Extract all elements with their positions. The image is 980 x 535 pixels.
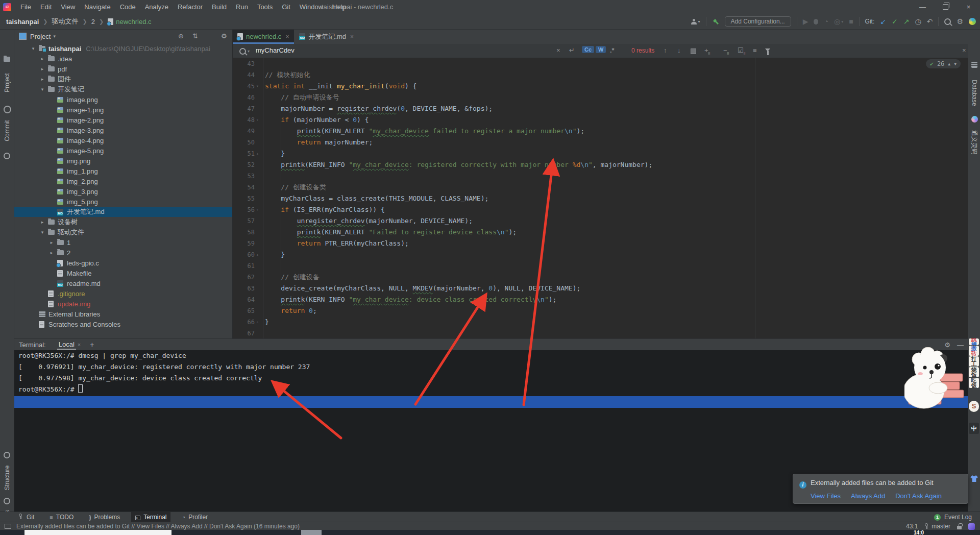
code-line-51[interactable]: 51▵ } bbox=[232, 148, 968, 159]
code-line-47[interactable]: 47 majorNumber = register_chrdev(0, DEVI… bbox=[232, 103, 968, 114]
project-view-dropdown-icon[interactable]: ▾ bbox=[53, 34, 56, 39]
tree-item-leds-gpio.c[interactable]: leds-gpio.c bbox=[14, 258, 232, 268]
tree-item-开发笔记[interactable]: ▾开发笔记 bbox=[14, 84, 232, 94]
tree-item-img_2.png[interactable]: img_2.png bbox=[14, 176, 232, 186]
tree-item-image-5.png[interactable]: image-5.png bbox=[14, 145, 232, 156]
ide-plugin-icon[interactable] bbox=[969, 18, 976, 25]
bottom-tab-todo[interactable]: ≡TODO bbox=[45, 512, 78, 522]
breadcrumb-file[interactable]: newchrled.c bbox=[108, 18, 151, 26]
menu-git[interactable]: Git bbox=[277, 0, 295, 14]
code-line-66[interactable]: 66▵} bbox=[232, 317, 968, 328]
code-line-67[interactable]: 67 bbox=[232, 328, 968, 338]
find-clear-icon[interactable]: × bbox=[556, 46, 560, 54]
tree-item-image-2.png[interactable]: image-2.png bbox=[14, 115, 232, 125]
code-line-63[interactable]: 63 device_create(myCharClass, NULL, MKDE… bbox=[232, 283, 968, 294]
panel-settings-button[interactable]: ⚙ bbox=[221, 32, 227, 40]
settings-button[interactable]: ⚙ bbox=[957, 17, 963, 26]
code-line-57[interactable]: 57 unregister_chrdev(majorNumber, DEVICE… bbox=[232, 215, 968, 227]
plugin-status-icon[interactable] bbox=[968, 523, 975, 530]
code-line-48[interactable]: 48▿ if (majorNumber < 0) { bbox=[232, 114, 968, 126]
tree-item-.idea[interactable]: ▸.idea bbox=[14, 54, 232, 64]
menu-tools[interactable]: Tools bbox=[253, 0, 277, 14]
fold-marker-icon[interactable]: ▿ bbox=[256, 81, 259, 92]
remove-occurrence-button[interactable]: − bbox=[723, 46, 729, 55]
tool-window-tab-commit[interactable]: Commit bbox=[4, 113, 11, 149]
breadcrumb-item[interactable]: 驱动文件 bbox=[52, 17, 79, 26]
regex-toggle[interactable]: .* bbox=[610, 46, 615, 54]
tree-item-img.png[interactable]: img.png bbox=[14, 156, 232, 166]
code-line-46[interactable]: 46 // 自动申请设备号 bbox=[232, 92, 968, 103]
rollback-button[interactable]: ↶ bbox=[927, 17, 933, 26]
next-problem-icon[interactable]: ▼ bbox=[954, 62, 957, 66]
event-log-button[interactable]: 1 Event Log bbox=[934, 514, 972, 521]
tree-item-设备树[interactable]: ▸设备树 bbox=[14, 217, 232, 227]
open-in-find-window-button[interactable]: ≡ bbox=[753, 46, 757, 54]
tree-item-taishanpai[interactable]: ▾taishanpaiC:\Users\QINGJUE\Desktop\git\… bbox=[14, 43, 232, 54]
terminal-tab-local[interactable]: Local bbox=[57, 340, 76, 350]
words-toggle[interactable]: W bbox=[596, 46, 606, 53]
fold-marker-icon[interactable]: ▿ bbox=[256, 114, 259, 126]
close-tab-icon[interactable]: × bbox=[285, 33, 289, 40]
menu-build[interactable]: Build bbox=[207, 0, 231, 14]
coverage-button[interactable]: ◎▾ bbox=[834, 17, 843, 26]
code-line-52[interactable]: 52 printk(KERN_INFO "my_char_device: reg… bbox=[232, 159, 968, 171]
chevron-right-icon[interactable]: ▸ bbox=[48, 250, 55, 255]
find-next-button[interactable]: ↓ bbox=[677, 46, 681, 54]
find-history-dropdown-icon[interactable]: ▾ bbox=[248, 49, 250, 54]
code-line-65[interactable]: 65 return 0; bbox=[232, 305, 968, 317]
chevron-down-icon[interactable]: ▾ bbox=[39, 87, 45, 92]
tree-item-.gitignore[interactable]: .gitignore bbox=[14, 288, 232, 299]
fold-marker-icon[interactable]: ▵ bbox=[256, 148, 259, 159]
bottom-tab-terminal[interactable]: >_Terminal bbox=[131, 512, 170, 522]
tool-window-tab-project[interactable]: Project bbox=[4, 65, 11, 101]
toggle-toolwindows-icon[interactable] bbox=[5, 524, 11, 529]
restore-button[interactable] bbox=[934, 0, 957, 14]
chevron-right-icon[interactable]: ▸ bbox=[39, 56, 45, 61]
close-tab-icon[interactable]: × bbox=[350, 33, 354, 40]
collapse-all-button[interactable]: ⇅ bbox=[192, 32, 198, 40]
menu-file[interactable]: File bbox=[16, 0, 36, 14]
tree-item-固件[interactable]: ▸固件 bbox=[14, 74, 232, 84]
chevron-down-icon[interactable]: ▾ bbox=[39, 230, 45, 235]
tool-window-tab-lingma[interactable]: 通义灵码 bbox=[971, 125, 978, 160]
run-configuration-select[interactable]: Add Configuration... bbox=[725, 16, 791, 27]
unlocked-icon[interactable] bbox=[957, 526, 962, 529]
debug-button[interactable] bbox=[814, 19, 818, 25]
bottom-tab-problems[interactable]: !Problems bbox=[85, 512, 124, 522]
profiler-button[interactable]: ◔ bbox=[824, 17, 828, 26]
menu-code[interactable]: Code bbox=[115, 0, 140, 14]
editor-tab-开发笔记.md[interactable]: 开发笔记.md× bbox=[294, 29, 359, 44]
tree-item-pdf[interactable]: ▸pdf bbox=[14, 64, 232, 74]
code-editor[interactable]: 4344// 模块初始化45▿static int __init my_char… bbox=[232, 58, 968, 338]
code-line-49[interactable]: 49 printk(KERN_ALERT "my_char_device fai… bbox=[232, 126, 968, 137]
bottom-tab-profiler[interactable]: ◔Profiler bbox=[178, 512, 212, 522]
new-terminal-button[interactable]: + bbox=[90, 341, 94, 349]
tree-item-2[interactable]: ▸2 bbox=[14, 248, 232, 258]
tree-item-External Libraries[interactable]: External Libraries bbox=[14, 309, 232, 319]
code-line-64[interactable]: 64 printk(KERN_INFO "my_char_device: dev… bbox=[232, 294, 968, 305]
chevron-right-icon[interactable]: ▸ bbox=[39, 77, 45, 82]
history-button[interactable]: ◷ bbox=[915, 17, 921, 26]
tree-item-image.png[interactable]: image.png bbox=[14, 94, 232, 105]
code-line-45[interactable]: 45▿static int __init my_char_init(void) … bbox=[232, 81, 968, 92]
pin-icon[interactable] bbox=[4, 153, 10, 159]
run-button[interactable]: ▶ bbox=[803, 17, 808, 26]
find-newline-icon[interactable]: ↵ bbox=[569, 46, 575, 54]
tree-item-img_3.png[interactable]: img_3.png bbox=[14, 186, 232, 197]
tool-window-tab-structure[interactable]: Structure bbox=[4, 460, 11, 496]
menu-refactor[interactable]: Refactor bbox=[173, 0, 207, 14]
prev-problem-icon[interactable]: ▲ bbox=[948, 62, 950, 66]
breadcrumb-item[interactable]: 2 bbox=[91, 18, 95, 26]
code-line-54[interactable]: 54 // 创建设备类 bbox=[232, 182, 968, 193]
code-line-62[interactable]: 62 // 创建设备 bbox=[232, 272, 968, 283]
code-line-61[interactable]: 61 bbox=[232, 260, 968, 272]
tree-item-开发笔记.md[interactable]: 开发笔记.md bbox=[14, 207, 232, 217]
chevron-right-icon[interactable]: ▸ bbox=[39, 66, 45, 71]
fold-marker-icon[interactable]: ▿ bbox=[256, 204, 259, 215]
code-line-55[interactable]: 55 myCharClass = class_create(THIS_MODUL… bbox=[232, 193, 968, 204]
caret-position[interactable]: 43:1 bbox=[906, 523, 918, 530]
git-branch-widget[interactable]: master bbox=[924, 523, 950, 530]
git-push-button[interactable]: ↗ bbox=[903, 17, 910, 26]
chevron-right-icon[interactable]: ▸ bbox=[39, 220, 45, 225]
tree-item-image-3.png[interactable]: image-3.png bbox=[14, 125, 232, 135]
